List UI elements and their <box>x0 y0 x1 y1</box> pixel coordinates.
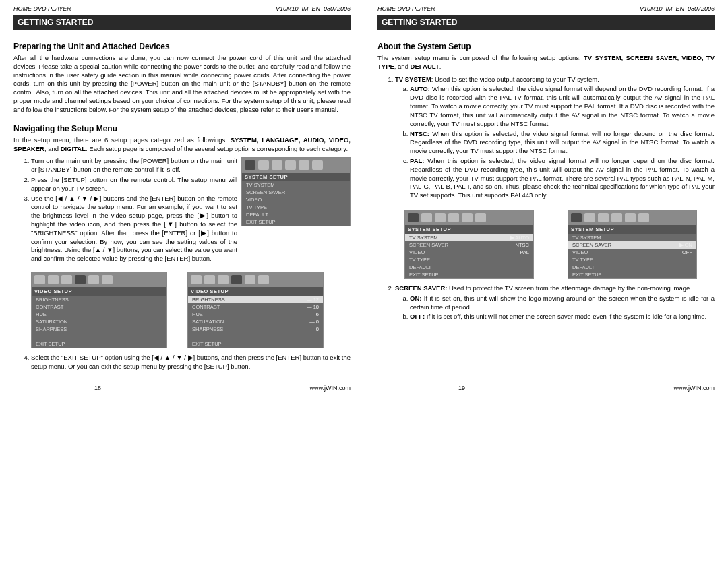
audio-icon <box>435 213 446 222</box>
menu-title: SYSTEM SETUP <box>405 225 533 234</box>
tv-icon <box>408 213 419 222</box>
speaker-icon <box>245 275 255 284</box>
footer-site: www.jWIN.com <box>546 385 715 392</box>
page-left: HOME DVD PLAYER V10M10_IM_EN_08072006 GE… <box>0 0 364 397</box>
section-band: GETTING STARTED <box>377 15 715 30</box>
footer-site: www.jWIN.com <box>182 385 351 392</box>
nav-steps-list-cont: Select the "EXIT SETUP" option using the… <box>13 354 351 373</box>
header-right: V10M10_IM_EN_08072006 <box>640 5 715 12</box>
screenshot-row-video: VIDEO SETUP BRIGHTNESS CONTRAST HUE SATU… <box>31 272 351 348</box>
opt-ss-off: OFF: If it is set off, this unit will no… <box>410 313 715 321</box>
screensaver-sublist: ON: If it is set on, this unit will show… <box>395 294 715 321</box>
lang-icon <box>584 213 595 222</box>
page-footer: 18 www.jWIN.com <box>13 375 351 392</box>
lang-icon <box>421 213 432 222</box>
page-header: HOME DVD PLAYER V10M10_IM_EN_08072006 <box>377 5 715 12</box>
digital-icon <box>638 213 649 222</box>
tv-system-sublist: AUTO: When this option is selected, the … <box>395 85 715 200</box>
tv-icon <box>245 160 255 170</box>
lang-icon <box>48 275 59 284</box>
nav-steps-list: Turn on the main unit by pressing the [P… <box>13 157 237 265</box>
tv-icon <box>191 275 202 284</box>
video-icon <box>448 213 459 222</box>
page-number: 18 <box>13 385 182 392</box>
opt-auto: AUTO: When this option is selected, the … <box>410 85 715 128</box>
nav-step-4: Select the "EXIT SETUP" option using the… <box>31 354 351 371</box>
audio-icon <box>218 275 229 284</box>
system-options-list-cont: SCREEN SAVER: Used to protect the TV scr… <box>377 284 715 324</box>
digital-icon <box>102 275 113 284</box>
opt-tv-system: TV SYSTEM: Used to set the video output … <box>395 75 715 200</box>
digital-icon <box>312 160 323 170</box>
audio-icon <box>61 275 72 284</box>
header-left: HOME DVD PLAYER <box>13 5 71 12</box>
nav-step-3: Use the [◀ / ▲ / ▼ / ▶] buttons and the … <box>31 195 237 264</box>
page-footer: 19 www.jWIN.com <box>377 375 715 392</box>
page-right: HOME DVD PLAYER V10M10_IM_EN_08072006 GE… <box>364 0 728 397</box>
screenshot-row-system: SYSTEM SETUP TV SYSTEM▶ AUTO SCREEN SAVE… <box>404 210 715 279</box>
opt-ss-on: ON: If it is set on, this unit will show… <box>410 294 715 312</box>
system-options-list: TV SYSTEM: Used to set the video output … <box>377 75 715 203</box>
screenshot-system-setup: SYSTEM SETUP TV SYSTEM SCREEN SAVER VIDE… <box>241 157 351 226</box>
menu-title: SYSTEM SETUP <box>242 173 350 181</box>
nav-step-2: Press the [SETUP] button on the remote c… <box>31 176 237 193</box>
heading-navigating: Navigating the Setup Menu <box>13 124 351 133</box>
page-header: HOME DVD PLAYER V10M10_IM_EN_08072006 <box>13 5 351 12</box>
header-left: HOME DVD PLAYER <box>377 5 435 12</box>
video-icon <box>231 275 242 284</box>
video-icon <box>611 213 622 222</box>
digital-icon <box>258 275 269 284</box>
digital-icon <box>475 213 486 222</box>
screenshot-video-setup-2: VIDEO SETUP BRIGHTNESS— 12 CONTRAST— 10 … <box>187 272 324 348</box>
section-band: GETTING STARTED <box>13 15 351 30</box>
menu-title: SYSTEM SETUP <box>568 225 696 234</box>
heading-preparing: Preparing the Unit and Attached Devices <box>13 42 351 51</box>
video-icon <box>285 160 296 170</box>
opt-screensaver: SCREEN SAVER: Used to protect the TV scr… <box>395 284 715 321</box>
header-right: V10M10_IM_EN_08072006 <box>276 5 351 12</box>
paragraph-preparing: After all the hardware connections are d… <box>13 54 351 115</box>
screenshot-tvsystem: SYSTEM SETUP TV SYSTEM▶ AUTO SCREEN SAVE… <box>404 210 534 279</box>
screenshot-video-setup-1: VIDEO SETUP BRIGHTNESS CONTRAST HUE SATU… <box>31 272 167 348</box>
lang-icon <box>258 160 269 170</box>
opt-pal: PAL: When this option is selected, the v… <box>410 157 715 200</box>
screenshot-screensaver: SYSTEM SETUP TV SYSTEM SCREEN SAVER▶ ON … <box>568 210 697 279</box>
page-number: 19 <box>377 385 546 392</box>
lang-icon <box>204 275 215 284</box>
speaker-icon <box>88 275 99 284</box>
speaker-icon <box>299 160 309 170</box>
menu-title: VIDEO SETUP <box>188 287 323 296</box>
menu-title: VIDEO SETUP <box>32 287 166 296</box>
paragraph-system-setup: The system setup menu is composed of the… <box>377 54 715 71</box>
speaker-icon <box>625 213 636 222</box>
tv-icon <box>34 275 45 284</box>
heading-system-setup: About the System Setup <box>377 42 715 51</box>
audio-icon <box>598 213 609 222</box>
speaker-icon <box>462 213 473 222</box>
paragraph-navigating: In the setup menu, there are 6 setup pag… <box>13 136 351 154</box>
opt-ntsc: NTSC: When this option is selected, the … <box>410 130 715 156</box>
audio-icon <box>272 160 282 170</box>
nav-step-1: Turn on the main unit by pressing the [P… <box>31 157 237 175</box>
video-icon <box>75 275 86 284</box>
tv-icon <box>571 213 582 222</box>
